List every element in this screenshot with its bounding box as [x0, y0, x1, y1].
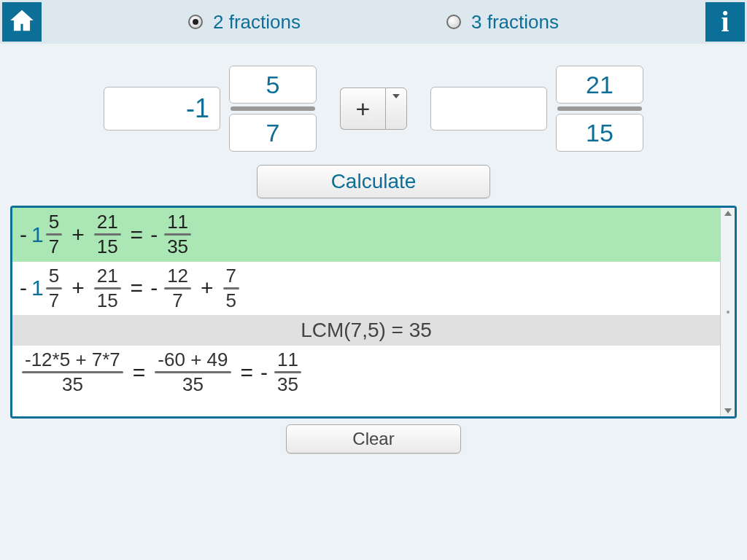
clear-row: Clear — [0, 424, 747, 454]
solution-body: - 1 5 7 + 21 15 = - 11 35 — [12, 208, 720, 416]
fraction-b-parts: 21 15 — [556, 66, 643, 152]
input-stage: -1 5 7 + 21 15 — [0, 44, 747, 165]
solution-panel: - 1 5 7 + 21 15 = - 11 35 — [10, 206, 737, 419]
plus-sign: + — [201, 276, 214, 300]
solution-step-row: -12*5 + 7*7 35 = -60 + 49 35 = - 11 35 — [12, 346, 720, 400]
minus-sign: - — [20, 222, 27, 247]
fraction: 21 15 — [94, 266, 121, 311]
fraction-bar — [557, 106, 642, 111]
plus-sign: + — [71, 276, 85, 300]
scroll-up-icon — [724, 211, 732, 216]
fraction: 21 15 — [94, 212, 121, 257]
fraction: 12 7 — [164, 266, 191, 311]
equals-sign: = — [133, 360, 146, 385]
whole-a-input[interactable]: -1 — [104, 87, 220, 131]
fraction: 11 35 — [164, 212, 191, 257]
mode-3-fractions[interactable]: 3 fractions — [446, 11, 559, 34]
scroll-down-icon — [724, 408, 732, 413]
whole-b-input[interactable] — [430, 87, 547, 131]
fraction: -12*5 + 7*7 35 — [22, 350, 123, 395]
minus-sign: - — [20, 276, 27, 300]
minus-sign: - — [150, 222, 158, 247]
denominator-a-input[interactable]: 7 — [229, 114, 317, 152]
fraction: 5 7 — [46, 266, 62, 311]
fraction-a: -1 5 7 — [104, 66, 317, 152]
mode-label: 2 fractions — [213, 11, 301, 34]
solution-step-row: - 1 5 7 + 21 15 = - 12 7 — [12, 262, 720, 316]
whole-part: 1 — [31, 276, 44, 300]
fraction-a-parts: 5 7 — [229, 66, 317, 152]
equals-sign: = — [241, 360, 254, 385]
fraction: 5 7 — [46, 212, 62, 257]
fraction-b: 21 15 — [430, 66, 643, 152]
equals-sign: = — [131, 222, 144, 247]
scroll-thumb — [727, 311, 729, 314]
fraction: 7 5 — [223, 266, 239, 311]
fraction-bar — [231, 106, 315, 111]
mode-2-fractions[interactable]: 2 fractions — [188, 11, 301, 34]
plus-sign: + — [71, 222, 85, 247]
mode-label: 3 fractions — [471, 11, 559, 34]
solution-lcm-row: LCM(7,5) = 35 — [12, 315, 720, 346]
clear-button[interactable]: Clear — [286, 424, 461, 454]
info-icon: i — [721, 7, 729, 36]
numerator-a-input[interactable]: 5 — [229, 66, 317, 104]
operator-dropdown[interactable] — [385, 88, 407, 130]
info-button[interactable]: i — [705, 2, 745, 42]
top-bar: 2 fractions 3 fractions i — [0, 0, 747, 44]
fraction: -60 + 49 35 — [155, 350, 231, 395]
home-button[interactable] — [2, 2, 42, 42]
operator-selector: + — [340, 88, 407, 130]
numerator-b-input[interactable]: 21 — [556, 66, 643, 104]
minus-sign: - — [260, 360, 268, 385]
solution-scrollbar[interactable] — [720, 208, 735, 416]
fraction: 11 35 — [274, 350, 301, 395]
denominator-b-input[interactable]: 15 — [556, 114, 643, 152]
chevron-down-icon — [392, 94, 400, 98]
calculate-button[interactable]: Calculate — [257, 165, 490, 198]
calculate-row: Calculate — [0, 165, 747, 198]
solution-answer-row: - 1 5 7 + 21 15 = - 11 35 — [12, 208, 720, 262]
home-icon — [8, 7, 36, 37]
minus-sign: - — [150, 276, 158, 300]
lcm-text: LCM(7,5) = 35 — [301, 319, 432, 342]
radio-icon — [446, 15, 461, 29]
operator-button[interactable]: + — [340, 88, 385, 130]
whole-part: 1 — [31, 222, 44, 247]
radio-icon — [188, 15, 203, 29]
equals-sign: = — [131, 276, 144, 300]
mode-options: 2 fractions 3 fractions — [42, 11, 705, 34]
